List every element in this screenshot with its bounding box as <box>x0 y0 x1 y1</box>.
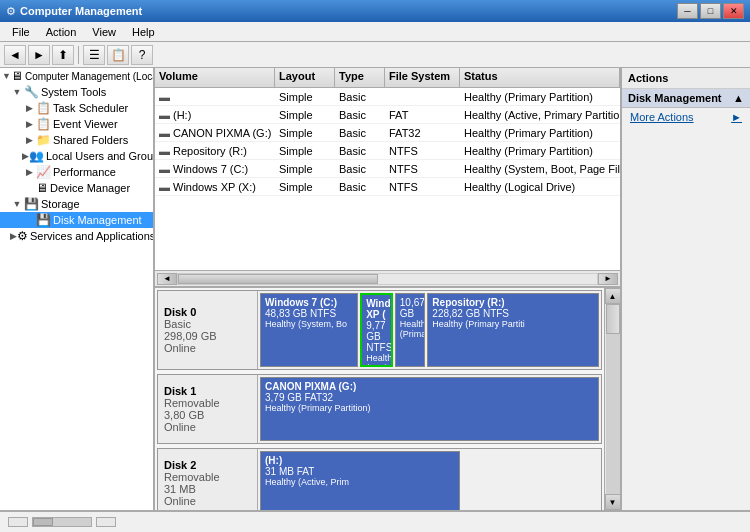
back-button[interactable]: ◄ <box>4 45 26 65</box>
part-name-0-0: Windows 7 (C:) <box>265 297 353 308</box>
col-fs[interactable]: File System <box>385 68 460 87</box>
computer-icon: 🖥 <box>11 69 23 83</box>
chevron-up-icon: ▲ <box>733 92 744 104</box>
list-row[interactable]: ▬ Simple Basic Healthy (Primary Partitio… <box>155 88 620 106</box>
disk-size-0: 298,09 GB <box>164 330 251 342</box>
disk-partition-1-0[interactable]: CANON PIXMA (G:) 3,79 GB FAT32 Healthy (… <box>260 377 599 441</box>
tree-item-devmgr[interactable]: 🖥 Device Manager <box>0 180 153 196</box>
list-row[interactable]: ▬ Windows 7 (C:) Simple Basic NTFS Healt… <box>155 160 620 178</box>
part-size-0-1: 9,77 GB NTFS <box>366 320 387 353</box>
status-hscroll-left[interactable] <box>8 517 28 527</box>
status-left <box>8 517 742 527</box>
list-body: ▬ Simple Basic Healthy (Primary Partitio… <box>155 88 620 270</box>
tree-item-systools[interactable]: ▼ 🔧 System Tools <box>0 84 153 100</box>
cell-status-2: Healthy (Primary Partition) <box>460 127 620 139</box>
list-row[interactable]: ▬ Windows XP (X:) Simple Basic NTFS Heal… <box>155 178 620 196</box>
list-row[interactable]: ▬ Repository (R:) Simple Basic NTFS Heal… <box>155 142 620 160</box>
cell-layout-0: Simple <box>275 91 335 103</box>
actions-section-label: Disk Management <box>628 92 722 104</box>
tree-item-diskmgmt[interactable]: 💾 Disk Management <box>0 212 153 228</box>
tree-item-services[interactable]: ▶ ⚙ Services and Applications <box>0 228 153 244</box>
tree-item-sharedfolder[interactable]: ▶ 📁 Shared Folders <box>0 132 153 148</box>
disk-label-2: Disk 2 Removable 31 MB Online <box>158 449 258 510</box>
list-row[interactable]: ▬ CANON PIXMA (G:) Simple Basic FAT32 He… <box>155 124 620 142</box>
maximize-button[interactable]: □ <box>700 3 721 19</box>
close-button[interactable]: ✕ <box>723 3 744 19</box>
disk-partition-0-0[interactable]: Windows 7 (C:) 48,83 GB NTFS Healthy (Sy… <box>260 293 358 367</box>
menu-action[interactable]: Action <box>38 24 85 40</box>
cell-fs-5: NTFS <box>385 181 460 193</box>
list-view: Volume Layout Type File System Status ▬ … <box>155 68 620 288</box>
cell-layout-3: Simple <box>275 145 335 157</box>
tree-item-storage[interactable]: ▼ 💾 Storage <box>0 196 153 212</box>
part-size-2-0: 31 MB FAT <box>265 466 455 477</box>
disk-label-1: Disk 1 Removable 3,80 GB Online <box>158 375 258 443</box>
tree-label-diskmgmt: Disk Management <box>53 214 142 226</box>
title-bar-buttons: ─ □ ✕ <box>677 3 744 19</box>
more-actions-item[interactable]: More Actions ► <box>622 108 750 126</box>
col-volume[interactable]: Volume <box>155 68 275 87</box>
disk-vscrollbar: ▲ ▼ <box>604 288 620 510</box>
cell-fs-3: NTFS <box>385 145 460 157</box>
hscroll-right[interactable]: ► <box>598 273 618 285</box>
cell-fs-2: FAT32 <box>385 127 460 139</box>
expand-icon-eventview: ▶ <box>22 117 36 131</box>
cell-status-4: Healthy (System, Boot, Page File, Active… <box>460 163 620 175</box>
cell-type-4: Basic <box>335 163 385 175</box>
disk-partition-2-0[interactable]: (H:) 31 MB FAT Healthy (Active, Prim <box>260 451 460 510</box>
show-hide-button[interactable]: ☰ <box>83 45 105 65</box>
cell-status-1: Healthy (Active, Primary Partition) <box>460 109 620 121</box>
cell-type-2: Basic <box>335 127 385 139</box>
properties-button[interactable]: 📋 <box>107 45 129 65</box>
cell-layout-4: Simple <box>275 163 335 175</box>
expand-icon-storage: ▼ <box>10 197 24 211</box>
more-actions-label: More Actions <box>630 111 694 123</box>
disk-partitions-0: Windows 7 (C:) 48,83 GB NTFS Healthy (Sy… <box>258 291 601 369</box>
cell-status-3: Healthy (Primary Partition) <box>460 145 620 157</box>
tree-item-performance[interactable]: ▶ 📈 Performance <box>0 164 153 180</box>
part-name-0-3: Repository (R:) <box>432 297 594 308</box>
vscroll-down[interactable]: ▼ <box>605 494 621 510</box>
vscroll-thumb[interactable] <box>606 304 620 334</box>
menu-view[interactable]: View <box>84 24 124 40</box>
col-layout[interactable]: Layout <box>275 68 335 87</box>
col-status[interactable]: Status <box>460 68 620 87</box>
disk-partitions-2: (H:) 31 MB FAT Healthy (Active, Prim <box>258 449 601 510</box>
list-header: Volume Layout Type File System Status <box>155 68 620 88</box>
diskmgmt-icon: 💾 <box>36 213 51 227</box>
disk-size-2: 31 MB <box>164 483 251 495</box>
col-type[interactable]: Type <box>335 68 385 87</box>
title-bar: ⚙ Computer Management ─ □ ✕ <box>0 0 750 22</box>
expand-icon-diskmgmt <box>22 213 36 227</box>
menu-file[interactable]: File <box>4 24 38 40</box>
status-hscroll-right[interactable] <box>96 517 116 527</box>
status-hscroll-thumb[interactable] <box>33 518 53 526</box>
part-size-0-0: 48,83 GB NTFS <box>265 308 353 319</box>
vscroll-track <box>606 304 620 494</box>
disk-partition-0-2[interactable]: 10,67 GB Healthy (Primary <box>395 293 426 367</box>
forward-button[interactable]: ► <box>28 45 50 65</box>
toolbar-separator-1 <box>78 46 79 64</box>
tree-item-tasksched[interactable]: ▶ 📋 Task Scheduler <box>0 100 153 116</box>
up-button[interactable]: ⬆ <box>52 45 74 65</box>
disk-partitions-1: CANON PIXMA (G:) 3,79 GB FAT32 Healthy (… <box>258 375 601 443</box>
list-hscrollbar[interactable]: ◄ ► <box>155 270 620 286</box>
services-icon: ⚙ <box>17 229 28 243</box>
cell-volume-0: ▬ <box>155 91 275 103</box>
minimize-button[interactable]: ─ <box>677 3 698 19</box>
help-button[interactable]: ? <box>131 45 153 65</box>
cell-type-3: Basic <box>335 145 385 157</box>
disk-type-1: Removable <box>164 397 251 409</box>
cell-volume-3: ▬ Repository (R:) <box>155 145 275 157</box>
tree-item-root[interactable]: ▼ 🖥 Computer Management (Loca <box>0 68 153 84</box>
hscroll-thumb[interactable] <box>178 274 378 284</box>
disk-partition-0-1[interactable]: Windows XP ( 9,77 GB NTFS Healthy (Logic… <box>360 293 393 367</box>
list-row[interactable]: ▬ (H:) Simple Basic FAT Healthy (Active,… <box>155 106 620 124</box>
disk-label-0: Disk 0 Basic 298,09 GB Online <box>158 291 258 369</box>
vscroll-up[interactable]: ▲ <box>605 288 621 304</box>
menu-help[interactable]: Help <box>124 24 163 40</box>
disk-partition-0-3[interactable]: Repository (R:) 228,82 GB NTFS Healthy (… <box>427 293 599 367</box>
tree-item-localusers[interactable]: ▶ 👥 Local Users and Groups <box>0 148 153 164</box>
tree-item-eventview[interactable]: ▶ 📋 Event Viewer <box>0 116 153 132</box>
hscroll-left[interactable]: ◄ <box>157 273 177 285</box>
